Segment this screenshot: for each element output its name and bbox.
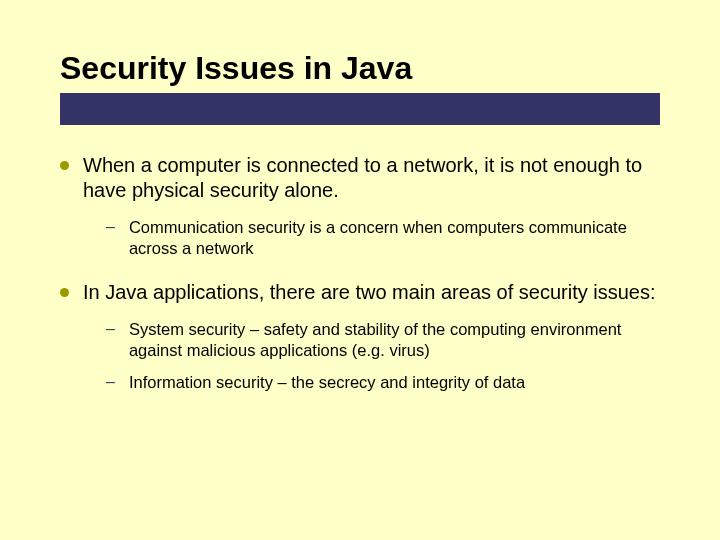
title-area: Security Issues in Java — [0, 0, 720, 125]
list-subitem: – Communication security is a concern wh… — [106, 217, 660, 260]
dash-icon: – — [106, 319, 115, 340]
slide-content: When a computer is connected to a networ… — [0, 125, 720, 393]
list-subitem: – Information security – the secrecy and… — [106, 372, 660, 393]
spacer — [60, 270, 660, 280]
dash-icon: – — [106, 372, 115, 393]
list-item: When a computer is connected to a networ… — [60, 153, 660, 203]
bullet-icon — [60, 288, 69, 297]
title-underline-bar — [60, 93, 660, 125]
slide-title: Security Issues in Java — [60, 50, 670, 87]
list-subitem: – System security – safety and stability… — [106, 319, 660, 362]
list-item-text: When a computer is connected to a networ… — [83, 153, 660, 203]
bullet-icon — [60, 161, 69, 170]
list-subitem-text: Communication security is a concern when… — [129, 217, 660, 260]
slide: Security Issues in Java When a computer … — [0, 0, 720, 540]
list-subitem-text: System security – safety and stability o… — [129, 319, 660, 362]
list-item: In Java applications, there are two main… — [60, 280, 660, 305]
list-subitem-text: Information security – the secrecy and i… — [129, 372, 525, 393]
list-item-text: In Java applications, there are two main… — [83, 280, 656, 305]
dash-icon: – — [106, 217, 115, 238]
